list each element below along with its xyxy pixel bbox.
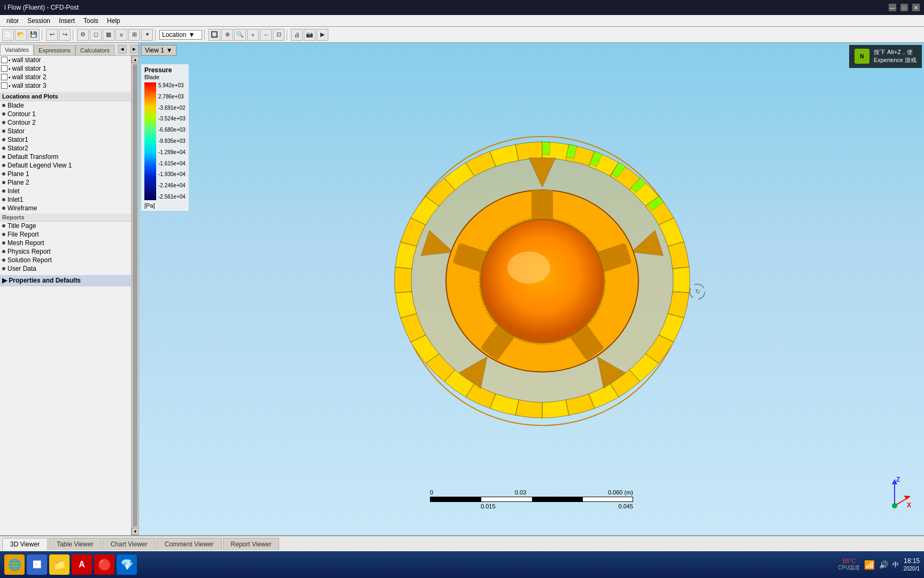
rotation-cursor: ↻ [690,284,705,299]
menu-monitor[interactable]: nitor [2,16,23,26]
wireframe-bullet [2,207,5,210]
scroll-down-btn[interactable]: ▼ [132,528,138,535]
taskbar-red-app[interactable]: 🔴 [94,554,114,575]
toolbar-print[interactable]: 🖨 [291,29,303,41]
report-physics[interactable]: Physics Report [0,247,131,256]
loc-inlet[interactable]: Inlet [0,187,131,195]
toolbar-cam[interactable]: 📷 [304,29,315,41]
loc-inlet1[interactable]: Inlet1 [0,195,131,204]
bottom-tabs: 3D Viewer Table Viewer Chart Viewer Comm… [0,535,924,551]
checkbox-wall-stator[interactable] [1,57,7,63]
tab-3d-viewer[interactable]: 3D Viewer [2,538,48,550]
tab-variables[interactable]: Variables [0,44,34,55]
viewport[interactable]: N 按下 Alt+Z，使 Experience 游戏 View 1 ▼ Pres… [139,43,924,535]
taskbar-gem[interactable]: 💎 [117,554,137,575]
tray-temp: 55°CCPU温度 [838,558,860,572]
window-controls: — □ ✕ [889,4,920,11]
menu-insert[interactable]: Insert [55,16,79,26]
checkbox-wall-stator-1[interactable] [1,65,7,72]
toolbar-sep4 [204,29,206,40]
report-mesh[interactable]: Mesh Report [0,239,131,247]
scale-ruler [430,497,633,502]
report-file[interactable]: File Report [0,230,131,239]
plane2-label: Plane 2 [7,179,29,186]
checkbox-wall-stator-3[interactable] [1,82,7,89]
nvidia-line2: Experience 游戏 [874,56,917,64]
inlet1-label: Inlet1 [7,196,23,203]
toolbar-view3[interactable]: 🔍 [234,29,246,41]
user-data-bullet [2,267,5,270]
left-tree: ▪ wall stator ▪ wall stator 1 ▪ wall sta… [0,56,131,535]
plane1-bullet [2,172,5,176]
properties-header[interactable]: ▶ Properties and Defaults [0,275,131,286]
toolbar-anim[interactable]: ▶ [317,29,328,41]
loc-contour1[interactable]: Contour 1 [0,110,131,118]
tab-calculators[interactable]: Calculators [75,45,114,55]
loc-default-transform[interactable]: Default Transform [0,153,131,161]
svg-point-7 [481,219,604,343]
close-button[interactable]: ✕ [912,4,920,11]
loc-plane2[interactable]: Plane 2 [0,178,131,187]
loc-wireframe[interactable]: Wireframe [0,204,131,212]
taskbar-browser[interactable]: 🌐 [4,554,25,575]
toolbar-open[interactable]: 📂 [15,29,27,41]
tree-item-wall-stator[interactable]: ▪ wall stator [0,56,131,64]
view-header[interactable]: View 1 ▼ [141,45,176,56]
stator-label: Stator [7,127,25,135]
toolbar-view1[interactable]: 🔲 [209,29,220,41]
toolbar: 📄 📂 💾 ↩ ↪ ⚙ ◻ ▦ ≡ ⊞ ✦ Location ▼ 🔲 ⊕ 🔍 +… [0,27,924,43]
menu-tools[interactable]: Tools [79,16,103,26]
tab-expressions[interactable]: Expressions [34,45,75,55]
report-title-page[interactable]: Title Page [0,222,131,230]
tree-item-wall-stator-2[interactable]: ▪ wall stator 2 [0,73,131,81]
toolbar-view2[interactable]: ⊕ [221,29,233,41]
toolbar-btn6[interactable]: ≡ [116,29,127,41]
tree-item-wall-stator-3[interactable]: ▪ wall stator 3 [0,81,131,90]
tab-chart-viewer[interactable]: Chart Viewer [103,538,156,550]
report-user-data[interactable]: User Data [0,264,131,273]
tab-table-viewer[interactable]: Table Viewer [49,538,101,550]
dropdown-arrow: ▼ [188,31,195,39]
taskbar-k[interactable]: 🅺 [27,554,47,575]
tree-item-wall-stator-1[interactable]: ▪ wall stator 1 [0,64,131,73]
maximize-button[interactable]: □ [900,4,908,11]
loc-stator1[interactable]: Stator1 [0,135,131,144]
loc-default-legend[interactable]: Default Legend View 1 [0,161,131,170]
toolbar-btn3[interactable]: ⚙ [77,29,89,41]
toolbar-redo[interactable]: ↪ [59,29,71,41]
menu-session[interactable]: Session [23,16,55,26]
report-solution[interactable]: Solution Report [0,256,131,264]
toolbar-view4[interactable]: + [247,29,259,41]
toolbar-fit[interactable]: ⊡ [273,29,284,41]
loc-stator[interactable]: Stator [0,127,131,135]
toolbar-btn5[interactable]: ▦ [103,29,114,41]
checkbox-wall-stator-2[interactable] [1,74,7,80]
tab-next-btn[interactable]: ► [130,45,138,54]
contour2-label: Contour 2 [7,119,36,126]
loc-stator2[interactable]: Stator2 [0,144,131,153]
scroll-thumb[interactable] [133,64,137,527]
toolbar-save[interactable]: 💾 [28,29,40,41]
toolbar-view5[interactable]: − [260,29,272,41]
toolbar-new[interactable]: 📄 [2,29,14,41]
tab-comment-viewer[interactable]: Comment Viewer [157,538,222,550]
svg-text:Z: Z [896,476,900,483]
tab-prev-btn[interactable]: ◄ [118,45,127,54]
default-transform-label: Default Transform [7,153,58,161]
left-scrollbar[interactable]: ▲ ▼ [131,56,138,535]
loc-blade[interactable]: Blade [0,101,131,110]
toolbar-btn7[interactable]: ⊞ [128,29,140,41]
loc-plane1[interactable]: Plane 1 [0,170,131,178]
contour1-bullet [2,112,5,116]
loc-contour2[interactable]: Contour 2 [0,118,131,127]
toolbar-btn8[interactable]: ✦ [141,29,153,41]
minimize-button[interactable]: — [889,4,896,11]
menu-help[interactable]: Help [103,16,125,26]
tab-report-viewer[interactable]: Report Viewer [223,538,280,550]
location-dropdown[interactable]: Location ▼ [159,30,202,40]
toolbar-btn4[interactable]: ◻ [90,29,102,41]
scroll-up-btn[interactable]: ▲ [132,56,138,63]
taskbar-app-a[interactable]: A [72,554,92,575]
taskbar-files[interactable]: 📁 [49,554,70,575]
toolbar-undo[interactable]: ↩ [46,29,58,41]
